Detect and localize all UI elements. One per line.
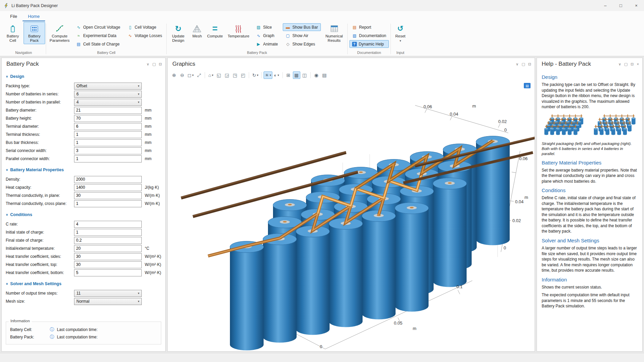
- transparency-button[interactable]: ◐▾: [273, 71, 280, 79]
- reset-button[interactable]: ↺ Reset ▾: [392, 22, 409, 44]
- graphics-canvas[interactable]: ▤: [168, 80, 535, 351]
- settings-panel-title: Battery Pack: [6, 61, 39, 67]
- final-soc-input[interactable]: [74, 237, 142, 244]
- field-label: Heat transfer coefficient, sides:: [6, 254, 74, 259]
- menu-home-tab[interactable]: Home: [23, 12, 45, 21]
- dynamic-help-toggle[interactable]: ?Dynamic Help: [349, 40, 389, 48]
- report-icon: ▤: [352, 25, 357, 29]
- print-button[interactable]: ▤: [321, 71, 328, 79]
- htc-top-input[interactable]: [74, 261, 142, 268]
- cell-voltage-button[interactable]: ▯Cell Voltage: [125, 23, 165, 31]
- parallel-count-select[interactable]: 4▾: [74, 99, 142, 106]
- terminal-diameter-input[interactable]: [74, 123, 142, 130]
- update-design-button[interactable]: ↻ Update Design: [167, 22, 189, 44]
- temperature-button[interactable]: Temperature: [225, 22, 252, 40]
- battery-cell-button[interactable]: Battery Cell: [2, 22, 24, 44]
- help-float-icon[interactable]: ▢: [624, 62, 628, 66]
- zoom-box-button[interactable]: ◻▾: [187, 71, 195, 79]
- series-count-select[interactable]: 6▾: [74, 91, 142, 98]
- maximize-button[interactable]: □: [613, 0, 629, 11]
- section-design-header[interactable]: ∨Design: [6, 74, 161, 79]
- compute-button[interactable]: = Compute: [205, 22, 225, 40]
- numerical-results-button[interactable]: Numerical Results: [322, 22, 347, 44]
- copy-view-button[interactable]: ⊞: [285, 71, 292, 79]
- mesh-size-select[interactable]: Normal▾: [74, 298, 142, 305]
- graphics-panel-title: Graphics: [172, 61, 195, 67]
- graphics-context-icon[interactable]: ▤: [524, 83, 531, 88]
- show-grid-button[interactable]: ▦: [293, 71, 300, 79]
- serial-connector-width-input[interactable]: [74, 147, 142, 154]
- field-label: Heat capacity:: [6, 185, 74, 190]
- info-icon[interactable]: ⓘ: [50, 327, 54, 333]
- image-snapshot-button[interactable]: ◉: [313, 71, 320, 79]
- settings-collapse-icon[interactable]: ∨: [146, 62, 149, 66]
- graph-button[interactable]: ∿Graph: [253, 32, 280, 39]
- view-xy-button[interactable]: ◱: [215, 71, 223, 79]
- axis-tick-label: 0.04: [515, 199, 523, 204]
- htc-bottom-input[interactable]: [74, 269, 142, 276]
- thermal-conductivity-in-plane-input[interactable]: [74, 192, 142, 199]
- terminal-thickness-input[interactable]: [74, 131, 142, 138]
- form-row: Packing type:Offset▾: [6, 82, 161, 90]
- scene-light-button[interactable]: ☀▾: [264, 71, 272, 79]
- initial-temperature-input[interactable]: [74, 245, 142, 252]
- section-conditions-header[interactable]: ∨Conditions: [6, 212, 161, 217]
- help-close-icon[interactable]: ×: [637, 62, 639, 66]
- battery-height-input[interactable]: [74, 115, 142, 122]
- initial-soc-input[interactable]: [74, 229, 142, 236]
- settings-dock-icon[interactable]: ⊡: [159, 62, 162, 66]
- settings-float-icon[interactable]: ▢: [152, 62, 156, 66]
- graphics-toolbar: ⊕ ⊖ ◻▾ ⤢ ⌂▾ ◱ ◲ ◳ ◰ ↻▾ ☀▾ ◐▾ ⊞ ▦ ◫ ◉ ▤: [168, 70, 535, 80]
- field-label: Terminal thickness:: [6, 132, 74, 137]
- mesh-button[interactable]: Mesh: [189, 22, 205, 40]
- field-label: Heat transfer coefficient, bottom:: [6, 270, 74, 275]
- section-solver-header[interactable]: ∨Solver and Mesh Settings: [6, 281, 161, 286]
- rotate-view-button[interactable]: ↻▾: [251, 71, 259, 79]
- view-iso-button[interactable]: ◰: [239, 71, 247, 79]
- form-row: Final state of charge:: [6, 236, 161, 244]
- cell-state-of-charge-button[interactable]: ▤Cell State of Charge: [73, 40, 123, 48]
- view-yz-button[interactable]: ◲: [223, 71, 231, 79]
- zoom-in-button[interactable]: ⊕: [170, 71, 178, 79]
- show-air-toggle[interactable]: ▢Show Air: [283, 32, 321, 39]
- animate-button[interactable]: ▶Animate: [253, 40, 280, 48]
- graphics-collapse-icon[interactable]: ∨: [516, 62, 518, 66]
- field-label: Thermal conductivity, cross plane:: [6, 201, 74, 206]
- compute-parameters-button[interactable]: Compute Parameters: [47, 22, 72, 44]
- axis-tick-label: 0.02: [512, 218, 521, 223]
- battery-pack-button[interactable]: Battery Pack: [24, 22, 45, 44]
- density-input[interactable]: [74, 176, 142, 183]
- graphics-dock-icon[interactable]: ⊡: [528, 62, 531, 66]
- heat-capacity-input[interactable]: [74, 184, 142, 191]
- slice-button[interactable]: ▨Slice: [253, 23, 280, 31]
- view-zx-button[interactable]: ◳: [231, 71, 239, 79]
- thermal-conductivity-cross-plane-input[interactable]: [74, 200, 142, 207]
- open-circuit-voltage-button[interactable]: ∿Open Circuit Voltage: [73, 23, 123, 31]
- close-button[interactable]: ×: [629, 0, 644, 11]
- split-view-button[interactable]: ◫: [301, 71, 308, 79]
- output-time-steps-select[interactable]: 11▾: [74, 290, 142, 297]
- section-material-header[interactable]: ∨Battery Material Properties: [6, 168, 161, 172]
- bus-bar-thickness-input[interactable]: [74, 139, 142, 146]
- zoom-out-button[interactable]: ⊖: [178, 71, 186, 79]
- experimental-data-button[interactable]: ≈Experimental Data: [73, 32, 123, 39]
- field-label: Number of output time steps:: [6, 291, 74, 296]
- zoom-extents-button[interactable]: ⤢: [195, 71, 203, 79]
- show-edges-toggle[interactable]: ◇Show Edges: [283, 40, 321, 48]
- minimize-button[interactable]: –: [598, 0, 613, 11]
- go-to-default-view-button[interactable]: ⌂▾: [207, 71, 214, 79]
- htc-sides-input[interactable]: [74, 253, 142, 260]
- parallel-connector-width-input[interactable]: [74, 155, 142, 162]
- c-rate-input[interactable]: [74, 221, 142, 228]
- info-icon[interactable]: ⓘ: [50, 334, 54, 340]
- graphics-float-icon[interactable]: ▢: [521, 62, 525, 66]
- help-dock-icon[interactable]: ⊡: [631, 62, 634, 66]
- menu-file-tab[interactable]: File: [5, 12, 23, 21]
- voltage-losses-button[interactable]: ∿Voltage Losses: [125, 32, 165, 39]
- show-bus-bar-toggle[interactable]: ▬Show Bus Bar: [283, 23, 321, 31]
- help-collapse-icon[interactable]: ∨: [618, 62, 621, 66]
- battery-diameter-input[interactable]: [74, 107, 142, 114]
- documentation-button[interactable]: ▧Documentation: [349, 32, 389, 39]
- report-button[interactable]: ▤Report: [349, 23, 389, 31]
- packing-type-select[interactable]: Offset▾: [74, 83, 142, 90]
